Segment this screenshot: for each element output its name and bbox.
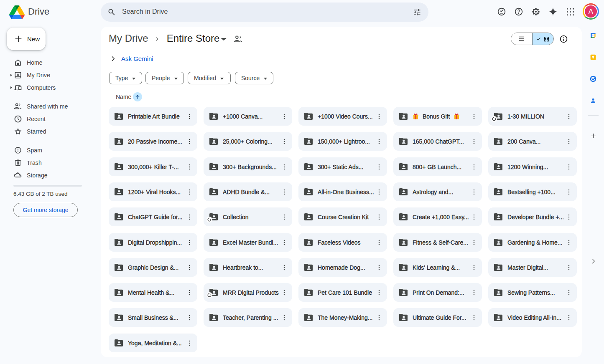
svg-text:31: 31: [592, 34, 595, 37]
